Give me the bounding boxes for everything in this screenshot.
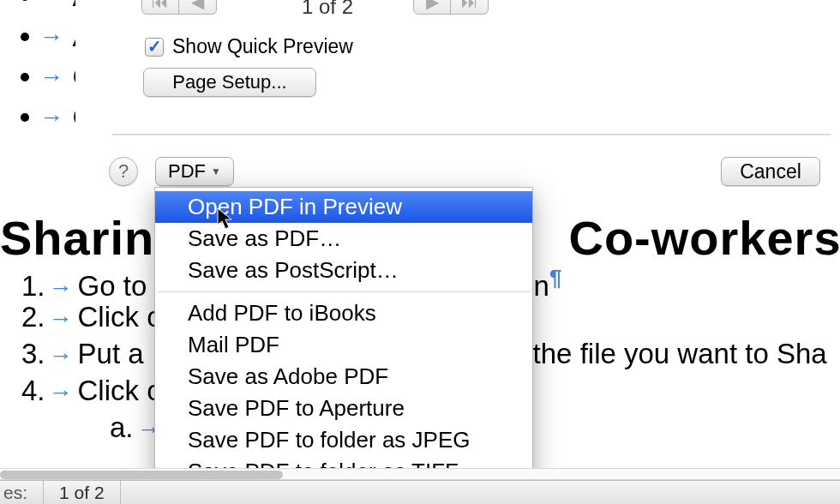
status-pages: 1 of 2: [44, 481, 121, 504]
next-page-button[interactable]: ▶: [413, 0, 451, 15]
first-page-button[interactable]: ⏮: [141, 0, 179, 15]
arrow-icon: →: [49, 342, 73, 369]
divider: [112, 134, 831, 135]
last-page-button[interactable]: ⏭: [451, 0, 489, 15]
menu-item-save-adobe-pdf[interactable]: Save as Adobe PDF: [155, 361, 532, 393]
arrow-icon: →: [49, 274, 73, 301]
menu-item-save-folder-jpeg[interactable]: Save PDF to folder as JPEG: [155, 424, 532, 456]
menu-item-save-to-aperture[interactable]: Save PDF to Aperture: [155, 393, 532, 424]
pdf-dropdown-button[interactable]: PDF ▼: [155, 157, 234, 186]
cancel-button[interactable]: Cancel: [721, 157, 820, 186]
scrollbar-thumb[interactable]: [0, 471, 283, 479]
checkbox[interactable]: ✓: [145, 38, 164, 57]
arrow-icon: →: [49, 305, 73, 332]
chevron-down-icon: ▼: [211, 165, 221, 177]
status-segment: es:: [0, 481, 44, 504]
menu-item-save-as-pdf[interactable]: Save as PDF…: [155, 223, 532, 255]
arrow-icon: →: [39, 104, 64, 131]
check-icon: ✓: [147, 36, 162, 57]
page-nav-group: ⏮ ◀: [141, 0, 217, 15]
menu-item-save-as-postscript[interactable]: Save as PostScript…: [155, 255, 532, 286]
page-nav-group: ▶ ⏭: [413, 0, 489, 15]
pdf-menu: Open PDF in Preview Save as PDF… Save as…: [154, 187, 533, 504]
horizontal-scrollbar[interactable]: [0, 468, 840, 480]
arrow-icon: →: [39, 0, 64, 10]
menu-item-open-pdf-preview[interactable]: Open PDF in Preview: [155, 191, 532, 223]
arrow-icon: →: [49, 379, 73, 405]
print-dialog: ⏮ ◀ 1 of 2 ▶ ⏭ ✓ Show Quick Preview Page…: [75, 0, 840, 197]
show-quick-preview-label: Show Quick Preview: [172, 35, 353, 58]
menu-separator: [157, 291, 531, 292]
help-button[interactable]: ?: [109, 157, 138, 186]
arrow-icon: →: [39, 23, 64, 51]
pdf-label: PDF: [168, 160, 206, 183]
page-setup-button[interactable]: Page Setup...: [143, 68, 316, 97]
menu-item-add-to-ibooks[interactable]: Add PDF to iBooks: [155, 297, 532, 329]
page-indicator: 1 of 2: [302, 0, 353, 19]
arrow-icon: →: [39, 63, 64, 91]
show-quick-preview-row[interactable]: ✓ Show Quick Preview: [145, 35, 353, 58]
pilcrow-icon: ¶: [549, 265, 561, 291]
status-bar: es: 1 of 2: [0, 480, 840, 504]
menu-item-mail-pdf[interactable]: Mail PDF: [155, 329, 532, 361]
prev-page-button[interactable]: ◀: [179, 0, 217, 15]
